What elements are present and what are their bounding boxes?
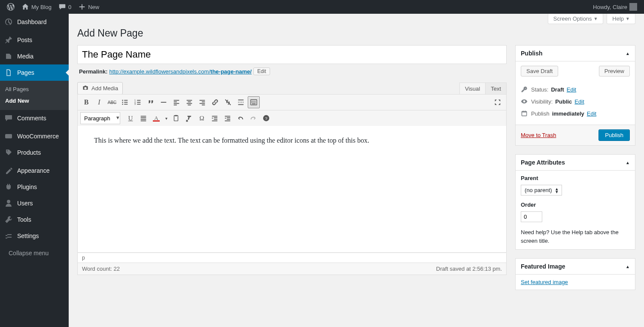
publish-heading[interactable]: Publish▲ <box>516 46 635 61</box>
indent-button[interactable] <box>222 112 234 124</box>
order-input[interactable] <box>521 211 542 222</box>
menu-comments[interactable]: Comments <box>0 110 69 126</box>
pin-icon <box>4 36 13 44</box>
tab-visual[interactable]: Visual <box>459 83 485 95</box>
menu-media[interactable]: Media <box>0 48 69 64</box>
menu-plugins[interactable]: Plugins <box>0 179 69 195</box>
menu-woocommerce[interactable]: WooCommerce <box>0 128 69 144</box>
svg-point-32 <box>252 101 253 101</box>
attrs-heading[interactable]: Page Attributes▲ <box>516 155 635 171</box>
permalink-edit-button[interactable]: Edit <box>253 67 270 75</box>
add-media-button[interactable]: Add Media <box>77 82 123 95</box>
link-button[interactable] <box>209 96 221 108</box>
wordpress-icon <box>7 3 15 11</box>
paste-text-button[interactable] <box>170 112 182 124</box>
readmore-button[interactable] <box>235 96 247 108</box>
outdent-button[interactable] <box>209 112 221 124</box>
quote-button[interactable] <box>145 96 157 108</box>
menu-appearance[interactable]: Appearance <box>0 162 69 179</box>
svg-rect-46 <box>212 116 218 117</box>
textcolor-button[interactable]: A <box>150 112 162 124</box>
permalink-link[interactable]: http://example.wildflowersandpixels.com/… <box>109 68 252 75</box>
featured-heading[interactable]: Featured Image▲ <box>516 259 635 275</box>
comments-link[interactable]: 0 <box>55 0 75 14</box>
charmap-button[interactable]: Ω <box>196 112 208 124</box>
textcolor-dropdown[interactable]: ▾ <box>163 112 169 124</box>
svg-rect-0 <box>5 134 12 138</box>
menu-products[interactable]: Products <box>0 144 69 161</box>
permalink-row: Permalink: http://example.wildflowersand… <box>77 64 507 76</box>
undo-button[interactable] <box>234 112 246 124</box>
ol-button[interactable]: 123 <box>132 96 144 108</box>
site-link[interactable]: My Blog <box>18 0 55 14</box>
move-to-trash-link[interactable]: Move to Trash <box>521 132 556 138</box>
status-edit-link[interactable]: Edit <box>567 86 576 93</box>
help-button[interactable]: Help▼ <box>607 14 635 24</box>
bold-button[interactable]: B <box>80 96 92 108</box>
editor-path: p <box>77 253 507 263</box>
svg-rect-21 <box>187 103 192 104</box>
calendar-icon <box>521 110 529 117</box>
svg-rect-15 <box>174 100 179 101</box>
settings-icon <box>4 232 13 240</box>
autosave-status: Draft saved at 2:56:13 pm. <box>436 266 502 272</box>
camera-icon <box>82 84 89 92</box>
parent-select[interactable]: (no parent)▴▾ <box>521 185 562 196</box>
ul-button[interactable] <box>119 96 131 108</box>
svg-rect-5 <box>124 102 128 103</box>
unlink-button[interactable] <box>222 96 234 108</box>
menu-users[interactable]: Users <box>0 195 69 211</box>
align-center-button[interactable] <box>183 96 195 108</box>
account-link[interactable]: Howdy, Claire <box>589 0 641 14</box>
submenu-add-new[interactable]: Add New <box>0 95 69 107</box>
menu-pages[interactable]: Pages <box>0 64 69 81</box>
menu-posts[interactable]: Posts <box>0 32 69 48</box>
svg-text:?: ? <box>265 116 267 121</box>
dashboard-icon <box>4 18 13 26</box>
menu-tools[interactable]: Tools <box>0 211 69 228</box>
visibility-edit-link[interactable]: Edit <box>574 98 584 105</box>
help-icon-button[interactable]: ? <box>260 112 272 124</box>
eye-icon <box>521 98 529 105</box>
tab-text[interactable]: Text <box>485 83 507 95</box>
publish-button[interactable]: Publish <box>598 129 630 141</box>
media-icon <box>4 52 13 61</box>
select-arrows-icon: ▴▾ <box>556 187 558 193</box>
svg-rect-52 <box>227 119 230 120</box>
svg-rect-7 <box>124 104 128 105</box>
editor-toolbar-row1: B I ABC 123 <box>77 94 507 110</box>
content-editor[interactable]: This is where we add the text. The text … <box>77 126 507 253</box>
new-link[interactable]: New <box>75 0 103 14</box>
svg-rect-14 <box>161 102 167 103</box>
italic-button[interactable]: I <box>93 96 105 108</box>
preview-button[interactable]: Preview <box>599 66 630 76</box>
screen-options-button[interactable]: Screen Options▼ <box>548 14 604 24</box>
svg-point-4 <box>122 102 123 103</box>
set-featured-image-link[interactable]: Set featured image <box>521 279 568 285</box>
hr-button[interactable] <box>158 96 170 108</box>
redo-button[interactable] <box>247 112 259 124</box>
caret-up-icon: ▲ <box>626 264 630 269</box>
kitchensink-button[interactable] <box>248 96 260 108</box>
menu-dashboard[interactable]: Dashboard <box>0 14 69 30</box>
submenu-all-pages[interactable]: All Pages <box>0 83 69 95</box>
admin-bar: My Blog 0 New Howdy, Claire <box>0 0 644 14</box>
schedule-edit-link[interactable]: Edit <box>587 110 596 117</box>
wp-logo[interactable] <box>3 0 18 14</box>
admin-menu: Dashboard Posts Media Pages All Pages Ad… <box>0 14 69 327</box>
align-right-button[interactable] <box>196 96 208 108</box>
format-select[interactable]: Paragraph <box>80 112 120 124</box>
editor-toolbar-row2: Paragraph U A ▾ Ω ? <box>77 110 507 126</box>
save-draft-button[interactable]: Save Draft <box>521 66 558 76</box>
justify-button[interactable] <box>137 112 149 124</box>
strike-button[interactable]: ABC <box>106 96 118 108</box>
underline-button[interactable]: U <box>125 112 137 124</box>
menu-settings[interactable]: Settings <box>0 228 69 244</box>
featured-image-box: Featured Image▲ Set featured image <box>515 258 635 290</box>
fullscreen-button[interactable] <box>492 96 504 108</box>
pages-icon <box>4 68 13 77</box>
align-left-button[interactable] <box>170 96 182 108</box>
title-input[interactable] <box>77 45 507 64</box>
collapse-menu[interactable]: Collapse menu <box>0 246 69 260</box>
clearformat-button[interactable] <box>183 112 195 124</box>
